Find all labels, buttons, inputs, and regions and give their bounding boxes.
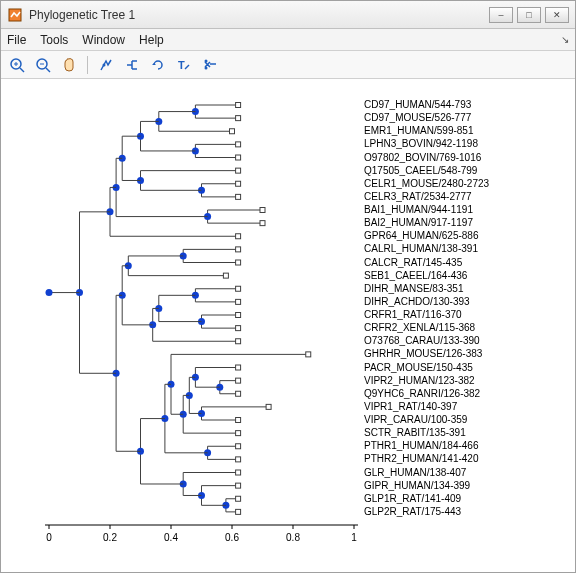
leaf-label: DIHR_ACHDO/130-393 — [364, 296, 470, 307]
leaf-label: GPR64_HUMAN/625-886 — [364, 230, 479, 241]
svg-rect-52 — [236, 194, 241, 199]
svg-rect-62 — [236, 326, 241, 331]
leaf-label: CRFR2_XENLA/115-368 — [364, 322, 476, 333]
svg-rect-63 — [236, 339, 241, 344]
menu-overflow-icon[interactable]: ↘ — [561, 34, 569, 45]
leaf-label: PTHR2_HUMAN/141-420 — [364, 453, 479, 464]
leaf-label: GLP1R_RAT/141-409 — [364, 493, 462, 504]
svg-rect-57 — [236, 260, 241, 265]
svg-rect-66 — [236, 378, 241, 383]
svg-rect-54 — [260, 221, 265, 226]
svg-rect-70 — [236, 431, 241, 436]
svg-rect-53 — [260, 208, 265, 213]
svg-text:T: T — [178, 59, 185, 71]
leaf-label: GLP2R_RAT/175-443 — [364, 506, 462, 517]
svg-rect-45 — [236, 103, 241, 108]
svg-rect-56 — [236, 247, 241, 252]
maximize-button[interactable]: □ — [517, 7, 541, 23]
svg-point-8 — [103, 63, 106, 66]
leaf-label: BAI1_HUMAN/944-1191 — [364, 204, 473, 215]
svg-rect-47 — [230, 129, 235, 134]
inspect-icon[interactable] — [96, 55, 116, 75]
svg-text:0.4: 0.4 — [164, 532, 178, 543]
svg-rect-49 — [236, 155, 241, 160]
leaf-label: CALCR_RAT/145-435 — [364, 257, 463, 268]
leaf-label: GIPR_HUMAN/134-399 — [364, 480, 471, 491]
leaf-label: VIPR_CARAU/100-359 — [364, 414, 468, 425]
svg-rect-68 — [266, 404, 271, 409]
svg-rect-71 — [236, 444, 241, 449]
leaf-label: DIHR_MANSE/83-351 — [364, 283, 464, 294]
menu-file[interactable]: File — [7, 33, 26, 47]
svg-rect-59 — [236, 286, 241, 291]
collapse-icon[interactable] — [122, 55, 142, 75]
menubar: File Tools Window Help ↘ — [1, 29, 575, 51]
svg-point-44 — [46, 289, 53, 296]
svg-rect-55 — [236, 234, 241, 239]
menu-tools[interactable]: Tools — [40, 33, 68, 47]
svg-rect-67 — [236, 391, 241, 396]
menu-help[interactable]: Help — [139, 33, 164, 47]
leaf-label: LPHN3_BOVIN/942-1198 — [364, 138, 478, 149]
toolbar: T — [1, 51, 575, 79]
rename-icon[interactable]: T — [174, 55, 194, 75]
leaf-label: O97802_BOVIN/769-1016 — [364, 152, 482, 163]
leaf-label: CD97_MOUSE/526-777 — [364, 112, 472, 123]
close-button[interactable]: ✕ — [545, 7, 569, 23]
svg-text:0.2: 0.2 — [103, 532, 117, 543]
titlebar: Phylogenetic Tree 1 – □ ✕ — [1, 1, 575, 29]
leaf-label: CELR1_MOUSE/2480-2723 — [364, 178, 490, 189]
svg-point-10 — [205, 59, 208, 62]
svg-rect-75 — [236, 496, 241, 501]
plot-area: CD97_HUMAN/544-793CD97_MOUSE/526-777EMR1… — [1, 79, 575, 572]
svg-rect-60 — [236, 299, 241, 304]
leaf-label: VIPR2_HUMAN/123-382 — [364, 375, 475, 386]
toolbar-separator — [87, 56, 88, 74]
svg-rect-58 — [223, 273, 228, 278]
zoom-in-icon[interactable] — [7, 55, 27, 75]
plot-inner[interactable]: CD97_HUMAN/544-793CD97_MOUSE/526-777EMR1… — [9, 87, 567, 564]
svg-text:0.6: 0.6 — [225, 532, 239, 543]
svg-rect-76 — [236, 509, 241, 514]
leaf-label: Q9YHC6_RANRI/126-382 — [364, 388, 481, 399]
leaf-label: VIPR1_RAT/140-397 — [364, 401, 458, 412]
leaf-label: CALRL_HUMAN/138-391 — [364, 243, 478, 254]
leaf-label: PACR_MOUSE/150-435 — [364, 362, 473, 373]
svg-rect-73 — [236, 470, 241, 475]
svg-text:0.8: 0.8 — [286, 532, 300, 543]
svg-rect-65 — [236, 365, 241, 370]
svg-rect-69 — [236, 418, 241, 423]
leaf-label: SCTR_RABIT/135-391 — [364, 427, 466, 438]
svg-rect-74 — [236, 483, 241, 488]
prune-icon[interactable] — [200, 55, 220, 75]
svg-line-2 — [20, 68, 24, 72]
svg-text:0: 0 — [46, 532, 52, 543]
svg-rect-61 — [236, 313, 241, 318]
svg-point-11 — [205, 66, 208, 69]
leaf-label: Q17505_CAEEL/548-799 — [364, 165, 478, 176]
app-icon — [7, 7, 23, 23]
svg-text:1: 1 — [351, 532, 357, 543]
leaf-label: CRFR1_RAT/116-370 — [364, 309, 462, 320]
leaf-label: CELR3_RAT/2534-2777 — [364, 191, 472, 202]
svg-rect-64 — [306, 352, 311, 357]
leaf-label: PTHR1_HUMAN/184-466 — [364, 440, 479, 451]
leaf-label: GHRHR_MOUSE/126-383 — [364, 348, 483, 359]
svg-rect-12 — [45, 97, 358, 525]
svg-rect-72 — [236, 457, 241, 462]
leaf-label: SEB1_CAEEL/164-436 — [364, 270, 468, 281]
svg-rect-48 — [236, 142, 241, 147]
leaf-label: CD97_HUMAN/544-793 — [364, 99, 472, 110]
window-title: Phylogenetic Tree 1 — [29, 8, 489, 22]
pan-icon[interactable] — [59, 55, 79, 75]
leaf-label: BAI2_HUMAN/917-1197 — [364, 217, 473, 228]
leaf-label: O73768_CARAU/133-390 — [364, 335, 480, 346]
zoom-out-icon[interactable] — [33, 55, 53, 75]
rotate-icon[interactable] — [148, 55, 168, 75]
leaf-label: EMR1_HUMAN/599-851 — [364, 125, 474, 136]
window-buttons: – □ ✕ — [489, 7, 569, 23]
svg-rect-51 — [236, 181, 241, 186]
minimize-button[interactable]: – — [489, 7, 513, 23]
menu-window[interactable]: Window — [82, 33, 125, 47]
svg-line-6 — [46, 68, 50, 72]
